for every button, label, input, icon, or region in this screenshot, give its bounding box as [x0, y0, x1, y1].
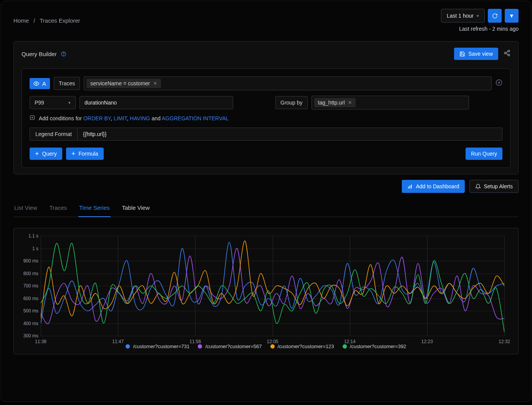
aggregator-select[interactable]: P99▾: [30, 96, 76, 109]
query-builder-title: Query Builder: [22, 51, 66, 57]
breadcrumb-home[interactable]: Home: [13, 17, 29, 24]
breadcrumb-sep: /: [33, 17, 35, 24]
aggregation-interval-link[interactable]: AGGREGATION INTERVAL: [162, 115, 229, 121]
x-tick: 11:47: [112, 339, 124, 344]
y-tick: 1.1 s: [20, 233, 38, 239]
legend-dot: [343, 344, 347, 349]
breadcrumb-current: Traces Explorer: [40, 17, 80, 24]
eye-icon: [33, 81, 39, 86]
bell-icon: [475, 184, 481, 189]
limit-link[interactable]: LIMIT: [114, 115, 127, 121]
svg-point-4: [508, 54, 510, 56]
svg-point-1: [63, 55, 64, 55]
svg-rect-15: [409, 186, 410, 189]
x-tick: 12:14: [344, 339, 356, 344]
svg-point-7: [36, 83, 37, 84]
tab-table-view[interactable]: Table View: [121, 201, 151, 217]
chart-legend: /customer?customer=731/customer?customer…: [20, 344, 512, 349]
close-icon[interactable]: ✕: [348, 100, 352, 105]
chevron-down-icon: ▾: [68, 100, 71, 105]
breadcrumb: Home / Traces Explorer: [13, 17, 80, 24]
legend-label: /customer?customer=392: [350, 344, 406, 349]
x-tick: 12:05: [267, 339, 278, 344]
tab-time-series[interactable]: Time Series: [78, 201, 110, 217]
plus-square-icon[interactable]: [30, 115, 35, 121]
chevron-down-icon: ▾: [477, 13, 479, 18]
refresh-icon: [492, 13, 498, 19]
group-by-tag[interactable]: tag_http.url ✕: [314, 98, 356, 107]
refresh-button[interactable]: [488, 9, 502, 23]
x-tick: 12:32: [499, 339, 510, 344]
chart-series-line[interactable]: [41, 242, 504, 323]
legend-item[interactable]: /customer?customer=731: [126, 344, 189, 349]
view-tabs: List View Traces Time Series Table View: [13, 201, 519, 217]
x-tick: 11:56: [189, 339, 201, 344]
tab-traces[interactable]: Traces: [49, 201, 68, 217]
legend-dot: [198, 344, 202, 349]
share-icon: [504, 50, 510, 56]
remove-query-button[interactable]: [496, 79, 502, 88]
legend-label: /customer?customer=123: [278, 344, 334, 349]
y-tick: 900 ms: [20, 258, 38, 264]
svg-point-2: [508, 50, 510, 52]
svg-point-3: [504, 52, 506, 54]
legend-format-label: Legend Format: [30, 128, 77, 141]
legend-item[interactable]: /customer?customer=567: [198, 344, 262, 349]
add-query-button[interactable]: + Query: [30, 148, 62, 160]
svg-rect-16: [411, 184, 412, 188]
add-to-dashboard-button[interactable]: Add to Dashboard: [402, 180, 465, 193]
svg-line-6: [506, 53, 508, 55]
run-query-button[interactable]: Run Query: [466, 148, 502, 160]
y-tick: 1 s: [20, 246, 38, 251]
x-tick: 12:23: [421, 339, 433, 344]
chart-panel: 1.1 s1 s900 ms800 ms700 ms600 ms500 ms40…: [13, 228, 519, 354]
svg-line-5: [506, 51, 508, 53]
conditions-prefix: Add conditions for: [39, 115, 82, 121]
legend-dot: [270, 344, 275, 349]
plus-icon: +: [71, 151, 76, 156]
refresh-options-button[interactable]: ▼: [505, 9, 519, 23]
chart-icon: [407, 184, 413, 189]
y-tick: 300 ms: [20, 333, 38, 339]
close-icon[interactable]: ✕: [153, 81, 157, 86]
order-by-link[interactable]: ORDER BY: [83, 115, 111, 121]
caret-down-icon: ▼: [509, 13, 514, 19]
x-tick: 11:38: [35, 339, 46, 344]
metric-input[interactable]: durationNano: [80, 96, 233, 109]
legend-item[interactable]: /customer?customer=392: [343, 344, 406, 349]
save-view-button[interactable]: Save view: [454, 48, 498, 60]
group-by-input[interactable]: tag_http.url ✕: [312, 96, 469, 110]
chart-series-line[interactable]: [41, 243, 504, 332]
plus-icon: +: [35, 151, 39, 156]
chart-plot-area[interactable]: 1.1 s1 s900 ms800 ms700 ms600 ms500 ms40…: [41, 236, 504, 336]
tab-list-view[interactable]: List View: [13, 201, 38, 217]
legend-label: /customer?customer=567: [205, 344, 262, 349]
svg-rect-14: [408, 186, 409, 188]
query-id: A: [42, 80, 46, 87]
add-formula-button[interactable]: + Formula: [66, 148, 104, 160]
y-tick: 800 ms: [20, 271, 38, 276]
close-circle-icon: [496, 79, 502, 86]
y-tick: 700 ms: [20, 283, 38, 289]
group-by-label: Group by: [275, 96, 308, 109]
y-tick: 600 ms: [20, 296, 38, 301]
having-link[interactable]: HAVING: [130, 115, 150, 121]
legend-dot: [126, 344, 130, 349]
save-icon: [459, 51, 465, 57]
query-visibility-toggle[interactable]: A: [30, 78, 50, 89]
filter-tag[interactable]: serviceName = customer ✕: [86, 79, 161, 88]
last-refresh-text: Last refresh - 2 mins ago: [459, 26, 519, 32]
time-range-select[interactable]: Last 1 hour ▾: [441, 9, 485, 23]
legend-item[interactable]: /customer?customer=123: [270, 344, 334, 349]
y-tick: 500 ms: [20, 308, 38, 314]
setup-alerts-button[interactable]: Setup Alerts: [469, 180, 519, 193]
legend-label: /customer?customer=731: [133, 344, 189, 349]
data-source[interactable]: Traces: [54, 77, 80, 90]
share-button[interactable]: [504, 50, 510, 58]
help-icon[interactable]: [61, 51, 66, 57]
y-tick: 400 ms: [20, 321, 38, 326]
filter-input[interactable]: serviceName = customer ✕: [84, 76, 492, 90]
legend-format-input[interactable]: {{http.url}}: [77, 128, 502, 141]
